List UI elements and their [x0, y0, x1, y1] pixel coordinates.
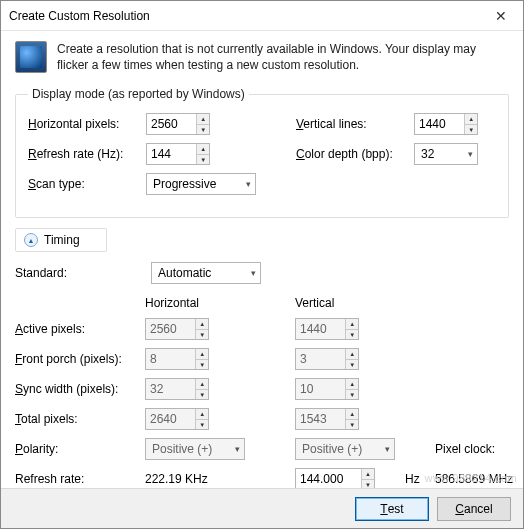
scan-type-label: Scan type:: [28, 177, 138, 191]
active-v-input: ▲▼: [295, 318, 359, 340]
vertical-lines-input[interactable]: ▲▼: [414, 113, 478, 135]
chevron-up-icon[interactable]: ▲: [197, 144, 209, 155]
timing-toggle[interactable]: ▲ Timing: [15, 228, 107, 252]
spinner-arrows[interactable]: ▲▼: [196, 144, 209, 164]
front-v-input: ▲▼: [295, 348, 359, 370]
spinner-arrows[interactable]: ▲▼: [196, 114, 209, 134]
polarity-h-select: Positive (+)▾: [145, 438, 245, 460]
timing-label: Timing: [44, 233, 80, 247]
chevron-down-icon: ▾: [251, 268, 256, 278]
chevron-up-icon[interactable]: ▲: [465, 114, 477, 125]
horizontal-pixels-input[interactable]: ▲▼: [146, 113, 210, 135]
collapse-icon: ▲: [24, 233, 38, 247]
intro-row: Create a resolution that is not currentl…: [15, 41, 509, 73]
close-icon: ✕: [495, 8, 507, 24]
dialog-content: Create a resolution that is not currentl…: [1, 31, 523, 512]
vertical-header: Vertical: [295, 296, 405, 310]
test-button[interactable]: Test: [355, 497, 429, 521]
chevron-up-icon[interactable]: ▲: [197, 114, 209, 125]
spinner-arrows[interactable]: ▲▼: [464, 114, 477, 134]
pixel-clock-label: Pixel clock:: [435, 442, 524, 456]
polarity-v-select: Positive (+)▾: [295, 438, 395, 460]
refresh-rate-h-value: 222.19 KHz: [145, 472, 255, 486]
titlebar: Create Custom Resolution ✕: [1, 1, 523, 31]
refresh-rate-v-unit: Hz: [405, 472, 435, 486]
horizontal-header: Horizontal: [145, 296, 255, 310]
display-mode-legend: Display mode (as reported by Windows): [28, 87, 249, 101]
window-title: Create Custom Resolution: [9, 9, 150, 23]
chevron-down-icon: ▾: [246, 179, 251, 189]
timing-refresh-rate-label: Refresh rate:: [15, 472, 145, 486]
sync-h-input: ▲▼: [145, 378, 209, 400]
chevron-down-icon: ▾: [385, 444, 390, 454]
chevron-down-icon: ▾: [235, 444, 240, 454]
chevron-down-icon[interactable]: ▼: [197, 155, 209, 165]
scan-type-select[interactable]: Progressive ▾: [146, 173, 256, 195]
color-depth-label: Color depth (bpp):: [296, 147, 406, 161]
intro-text: Create a resolution that is not currentl…: [57, 41, 509, 73]
active-h-input: ▲▼: [145, 318, 209, 340]
cancel-button[interactable]: Cancel: [437, 497, 511, 521]
monitor-icon: [15, 41, 47, 73]
total-v-input: ▲▼: [295, 408, 359, 430]
sync-width-label: Sync width (pixels):: [15, 382, 145, 396]
chevron-down-icon[interactable]: ▼: [465, 125, 477, 135]
refresh-rate-value[interactable]: [147, 144, 196, 164]
total-pixels-label: Total pixels:: [15, 412, 145, 426]
front-h-input: ▲▼: [145, 348, 209, 370]
standard-value: Automatic: [158, 266, 211, 280]
front-porch-label: Front porch (pixels):: [15, 352, 145, 366]
standard-label: Standard:: [15, 266, 141, 280]
refresh-rate-input[interactable]: ▲▼: [146, 143, 210, 165]
chevron-down-icon: ▾: [468, 149, 473, 159]
color-depth-select[interactable]: 32 ▾: [414, 143, 478, 165]
display-mode-group: Display mode (as reported by Windows) Ho…: [15, 87, 509, 218]
color-depth-value: 32: [421, 147, 434, 161]
sync-v-input: ▲▼: [295, 378, 359, 400]
timing-grid: Horizontal Vertical Active pixels: ▲▼ ▲▼…: [15, 296, 509, 512]
horizontal-pixels-label: Horizontal pixels:: [28, 117, 138, 131]
polarity-label: Polarity:: [15, 442, 145, 456]
vertical-lines-value[interactable]: [415, 114, 464, 134]
scan-type-value: Progressive: [153, 177, 216, 191]
standard-select[interactable]: Automatic ▾: [151, 262, 261, 284]
horizontal-pixels-value[interactable]: [147, 114, 196, 134]
pixel-clock-value: 586.5869 MHz: [435, 472, 524, 486]
chevron-down-icon[interactable]: ▼: [197, 125, 209, 135]
total-h-input: ▲▼: [145, 408, 209, 430]
button-bar: Test Cancel: [1, 488, 523, 528]
vertical-lines-label: Vertical lines:: [296, 117, 406, 131]
active-pixels-label: Active pixels:: [15, 322, 145, 336]
refresh-rate-label: Refresh rate (Hz):: [28, 147, 138, 161]
close-button[interactable]: ✕: [478, 1, 523, 31]
